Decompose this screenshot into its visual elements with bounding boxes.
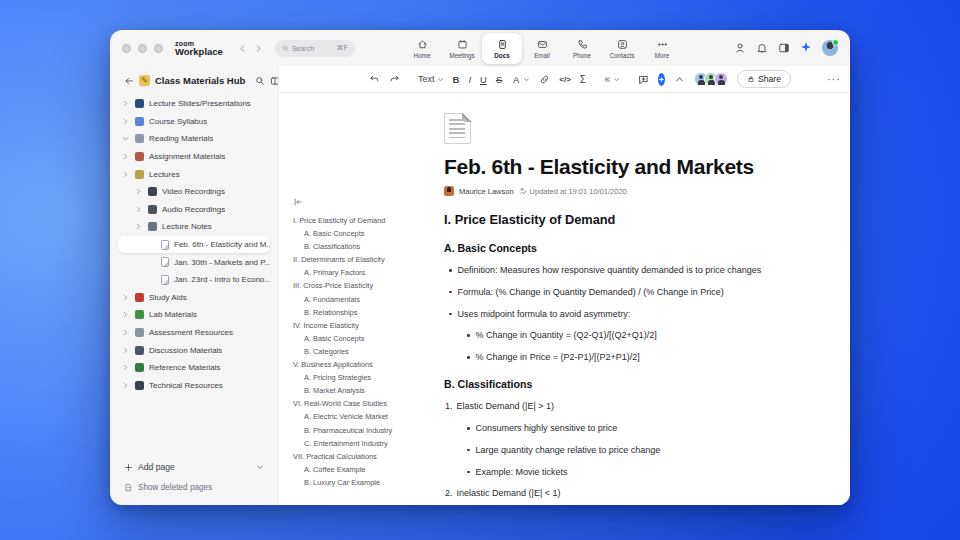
outline-item[interactable]: IV. Income Elasticity	[293, 319, 411, 332]
author-avatar	[444, 186, 454, 196]
user-avatar[interactable]	[822, 40, 838, 56]
sidebar-folder-item[interactable]: Reference Materials	[118, 359, 270, 377]
profile-button[interactable]	[734, 42, 746, 54]
undo-button[interactable]	[369, 74, 380, 85]
add-comment-button[interactable]	[638, 74, 649, 85]
chevron-right-icon[interactable]	[122, 364, 130, 372]
code-button[interactable]: </>	[559, 75, 571, 84]
nav-more[interactable]: More	[642, 33, 682, 64]
underline-button[interactable]: U	[480, 74, 487, 85]
chevron-right-icon[interactable]	[122, 311, 130, 319]
outline-item[interactable]: A. Fundamentals	[293, 293, 411, 306]
outline-item[interactable]: B. Relationships	[293, 306, 411, 319]
sidebar-folder-item[interactable]: Assessment Resources	[118, 324, 270, 342]
bold-button[interactable]: B	[453, 74, 460, 85]
ai-companion-doc-button[interactable]	[658, 73, 665, 86]
collaborator-avatars[interactable]	[694, 72, 728, 86]
sidebar-folder-item[interactable]: Lab Materials	[118, 306, 270, 324]
outline-item[interactable]: A. Electric Vehicle Market	[293, 410, 411, 423]
outline-item[interactable]: B. Luxury Car Example	[293, 476, 411, 489]
toolbar-right-group: Share ···	[694, 70, 841, 88]
close-window-button[interactable]	[122, 44, 131, 53]
nav-contacts[interactable]: Contacts	[602, 33, 642, 64]
zoom-window-button[interactable]	[154, 44, 163, 53]
nav-meetings[interactable]: Meetings	[442, 33, 482, 64]
italic-button[interactable]: I	[468, 74, 471, 85]
side-panel-button[interactable]	[778, 42, 790, 54]
minimize-window-button[interactable]	[138, 44, 147, 53]
back-button[interactable]	[235, 40, 251, 56]
sidebar-folder-item[interactable]: Assignment Materials	[118, 148, 270, 166]
nav-docs[interactable]: Docs	[482, 33, 522, 64]
outline-item[interactable]: B. Categories	[293, 345, 411, 358]
chevron-down-icon[interactable]	[122, 135, 130, 143]
sidebar-folder-item[interactable]: Discussion Materials	[118, 341, 270, 359]
chevron-right-icon[interactable]	[135, 205, 143, 213]
outline-item[interactable]: A. Primary Factors	[293, 266, 411, 279]
notifications-button[interactable]	[756, 42, 768, 54]
nav-email[interactable]: Email	[522, 33, 562, 64]
outline-item[interactable]: B. Market Analysis	[293, 384, 411, 397]
outline-item[interactable]: V. Business Applications	[293, 358, 411, 371]
outline-item[interactable]: C. Entertainment Industry	[293, 437, 411, 450]
sidebar-page-item[interactable]: Feb. 6th - Elasticity and M...	[118, 236, 270, 254]
add-page-button[interactable]: Add page	[124, 459, 264, 475]
sidebar-folder-item[interactable]: Lectures	[118, 165, 270, 183]
chevron-right-icon[interactable]	[122, 293, 130, 301]
outline-item[interactable]: B. Classifications	[293, 240, 411, 253]
sidebar-folder-item[interactable]: Study Aids	[118, 289, 270, 307]
chevron-right-icon[interactable]	[122, 346, 130, 354]
outline-item[interactable]: A. Pricing Strategies	[293, 371, 411, 384]
forward-button[interactable]	[251, 40, 267, 56]
strikethrough-button[interactable]: S	[496, 74, 502, 85]
outline-item[interactable]: B. Pharmaceutical Industry	[293, 424, 411, 437]
list-format-dropdown[interactable]	[604, 76, 620, 83]
sidebar-folder-item[interactable]: Audio Recordings	[118, 201, 270, 219]
sidebar-page-item[interactable]: Jan. 23rd - Intro to Econo...	[118, 271, 270, 289]
outline-item[interactable]: A. Basic Concepts	[293, 227, 411, 240]
insert-link-button[interactable]	[539, 74, 550, 85]
sidebar-folder-item[interactable]: Video Recordings	[118, 183, 270, 201]
sidebar-folder-item[interactable]: Lecture Notes	[118, 218, 270, 236]
back-arrow-button[interactable]	[124, 76, 134, 86]
sidebar-folder-item[interactable]: Technical Resources	[118, 377, 270, 395]
outline-item[interactable]: A. Basic Concepts	[293, 332, 411, 345]
outline-item[interactable]: A. Coffee Example	[293, 463, 411, 476]
chevron-right-icon[interactable]	[122, 381, 130, 389]
equation-button[interactable]: Σ	[580, 74, 586, 85]
sidebar-folder-item[interactable]: Reading Materials	[118, 130, 270, 148]
ai-companion-button[interactable]	[800, 39, 812, 57]
search-input[interactable]: Search ⌘F	[275, 40, 355, 57]
collaborator-avatar[interactable]	[714, 72, 728, 86]
collapse-toolbar-button[interactable]	[674, 74, 685, 85]
more-options-button[interactable]: ···	[827, 73, 841, 85]
share-button[interactable]: Share	[737, 70, 791, 88]
outline-item[interactable]: I. Price Elasticity of Demand	[293, 214, 411, 227]
collapse-outline-button[interactable]	[293, 197, 305, 209]
sidebar-folder-item[interactable]: Lecture Slides/Presentations	[118, 95, 270, 113]
chevron-right-icon[interactable]	[135, 188, 143, 196]
chevron-right-icon[interactable]	[135, 223, 143, 231]
text-style-dropdown[interactable]: Text	[418, 74, 444, 84]
chevron-right-icon[interactable]	[122, 117, 130, 125]
outline-item[interactable]: III. Cross-Price Elasticity	[293, 279, 411, 292]
sidebar-page-item[interactable]: Jan. 30th - Markets and P...	[118, 253, 270, 271]
show-deleted-pages-button[interactable]: Show deleted pages	[124, 479, 264, 495]
nav-phone[interactable]: Phone	[562, 33, 602, 64]
chevron-down-icon[interactable]	[256, 463, 264, 471]
chevron-right-icon[interactable]	[122, 100, 130, 108]
document-title[interactable]: Feb. 6th - Elasticity and Markets	[444, 155, 816, 179]
text-color-dropdown[interactable]: A	[511, 74, 530, 85]
chevron-right-icon[interactable]	[122, 329, 130, 337]
nav-home[interactable]: Home	[402, 33, 442, 64]
chevron-right-icon[interactable]	[122, 170, 130, 178]
sidebar-search-button[interactable]	[255, 76, 265, 86]
sidebar-folder-item[interactable]: Course Syllabus	[118, 113, 270, 131]
document-body[interactable]: I. Price Elasticity of DemandA. Basic Co…	[444, 212, 816, 500]
document[interactable]: Feb. 6th - Elasticity and Markets Mauric…	[444, 93, 816, 505]
outline-item[interactable]: VII. Practical Calculations	[293, 450, 411, 463]
redo-button[interactable]	[389, 74, 400, 85]
outline-item[interactable]: VI. Real-World Case Studies	[293, 397, 411, 410]
chevron-right-icon[interactable]	[122, 153, 130, 161]
outline-item[interactable]: II. Determinants of Elasticity	[293, 253, 411, 266]
